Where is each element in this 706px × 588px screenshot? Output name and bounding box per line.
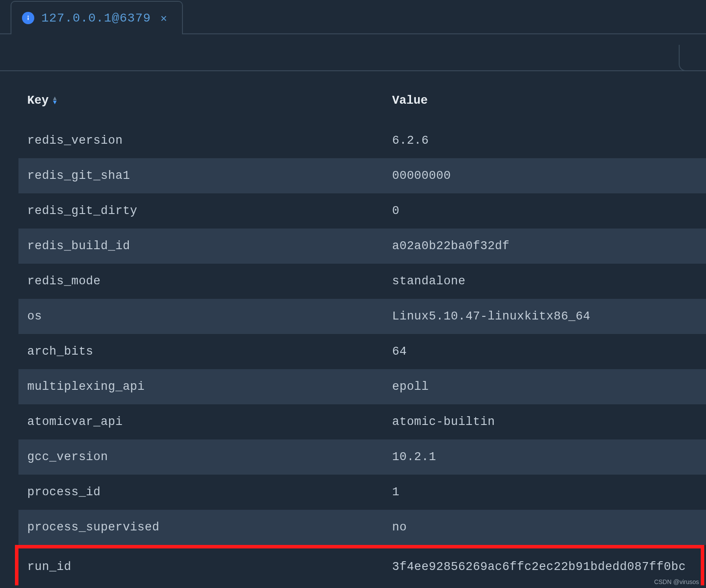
cell-key: run_id [27, 560, 392, 573]
svg-point-2 [28, 16, 29, 17]
cell-key: redis_git_sha1 [27, 169, 392, 182]
info-icon [22, 12, 34, 24]
cell-value: 1 [392, 486, 400, 499]
close-icon[interactable]: ✕ [158, 11, 169, 25]
table-row[interactable]: osLinux5.10.47-linuxkitx86_64 [18, 299, 706, 334]
cell-value: 3f4ee92856269ac6ffc2ec22b91bdedd087ff0bc [392, 560, 686, 573]
table-header: Key ▲▼ Value [18, 83, 706, 123]
cell-key: process_supervised [27, 521, 392, 534]
table-row[interactable]: run_id3f4ee92856269ac6ffc2ec22b91bdedd08… [15, 545, 704, 585]
toolbar-spacer [0, 34, 706, 71]
table-row[interactable]: redis_version6.2.6 [18, 123, 706, 158]
column-header-value-label: Value [392, 94, 428, 107]
column-header-key-label: Key [27, 94, 49, 107]
table-row[interactable]: redis_modestandalone [18, 264, 706, 299]
cell-value: 0 [392, 204, 400, 218]
tab-label: 127.0.0.1@6379 [41, 11, 151, 25]
table-row[interactable]: redis_git_dirty0 [18, 193, 706, 229]
column-header-key[interactable]: Key ▲▼ [27, 94, 392, 107]
table-row[interactable]: process_id1 [18, 475, 706, 510]
table-row[interactable]: gcc_version10.2.1 [18, 439, 706, 475]
cell-key: redis_build_id [27, 240, 392, 253]
corner-cut [679, 45, 706, 71]
cell-value: atomic-builtin [392, 415, 495, 428]
cell-value: 00000000 [392, 169, 451, 182]
content: Key ▲▼ Value redis_version6.2.6redis_git… [0, 71, 706, 585]
cell-key: redis_version [27, 134, 392, 147]
cell-value: Linux5.10.47-linuxkitx86_64 [392, 310, 590, 323]
cell-key: arch_bits [27, 345, 392, 358]
watermark: CSDN @virusos [654, 578, 699, 585]
cell-key: redis_mode [27, 275, 392, 288]
cell-key: gcc_version [27, 450, 392, 464]
tab-bar: 127.0.0.1@6379 ✕ [0, 0, 706, 34]
cell-key: atomicvar_api [27, 415, 392, 428]
table-row[interactable]: redis_git_sha100000000 [18, 158, 706, 193]
table-row[interactable]: atomicvar_apiatomic-builtin [18, 404, 706, 439]
cell-value: epoll [392, 380, 429, 393]
info-table: Key ▲▼ Value redis_version6.2.6redis_git… [18, 83, 706, 585]
cell-value: no [392, 521, 407, 534]
cell-value: a02a0b22ba0f32df [392, 240, 509, 253]
cell-key: redis_git_dirty [27, 204, 392, 218]
cell-value: 64 [392, 345, 407, 358]
cell-value: 6.2.6 [392, 134, 429, 147]
table-body: redis_version6.2.6redis_git_sha100000000… [18, 123, 706, 585]
tab-connection[interactable]: 127.0.0.1@6379 ✕ [11, 1, 183, 34]
table-row[interactable]: process_supervisedno [18, 510, 706, 545]
cell-value: standalone [392, 275, 466, 288]
column-header-value[interactable]: Value [392, 94, 428, 107]
table-row[interactable]: arch_bits64 [18, 334, 706, 369]
cell-value: 10.2.1 [392, 450, 436, 464]
table-row[interactable]: multiplexing_apiepoll [18, 369, 706, 404]
cell-key: os [27, 310, 392, 323]
cell-key: multiplexing_api [27, 380, 392, 393]
svg-rect-1 [28, 18, 29, 20]
table-row[interactable]: redis_build_ida02a0b22ba0f32df [18, 229, 706, 264]
sort-icon[interactable]: ▲▼ [53, 97, 57, 105]
cell-key: process_id [27, 486, 392, 499]
